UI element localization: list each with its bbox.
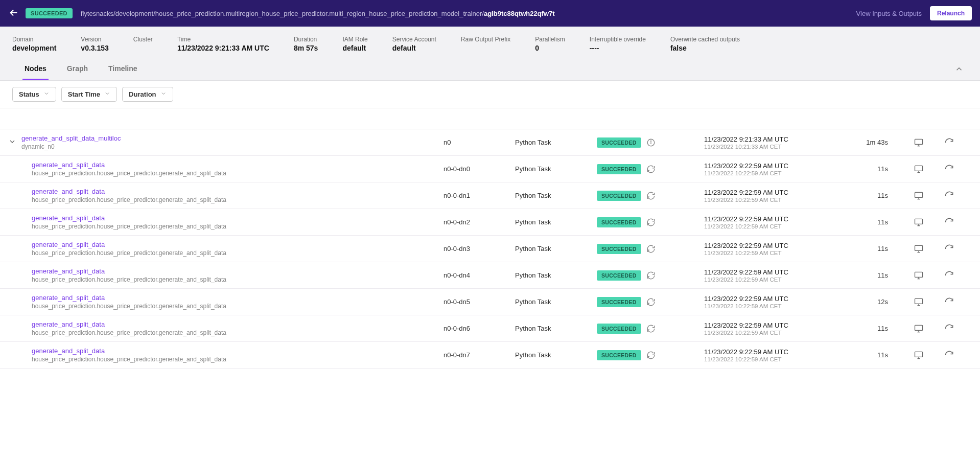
meta-label: Raw Output Prefix	[461, 36, 510, 43]
svg-rect-27	[915, 352, 923, 357]
node-id: n0-0-dn3	[444, 245, 515, 252]
node-name-link[interactable]: generate_and_split_data	[32, 214, 444, 222]
cache-status-icon[interactable]	[646, 351, 656, 360]
logs-icon[interactable]	[903, 350, 934, 360]
cache-status-icon[interactable]	[646, 271, 656, 280]
meta-item: Time11/23/2022 9:21:33 AM UTC	[177, 36, 269, 52]
node-name-link[interactable]: generate_and_split_data	[32, 320, 444, 328]
node-name-link[interactable]: generate_and_split_data	[32, 241, 444, 248]
table-row[interactable]: generate_and_split_datahouse_price_predi…	[0, 182, 980, 209]
logs-icon[interactable]	[903, 137, 934, 148]
node-status-badge: SUCCEEDED	[597, 164, 641, 174]
cache-status-icon[interactable]	[646, 244, 656, 254]
meta-item: Duration8m 57s	[294, 36, 318, 52]
node-time-utc: 11/23/2022 9:22:59 AM UTC	[704, 268, 832, 276]
filter-duration-button[interactable]: Duration	[122, 87, 173, 102]
topbar: SUCCEEDED flytesnacks/development/house_…	[0, 0, 980, 27]
node-subtitle: house_price_prediction.house_price_predi…	[32, 223, 444, 230]
table-row[interactable]: generate_and_split_datahouse_price_predi…	[0, 289, 980, 315]
node-name-link[interactable]: generate_and_split_data	[32, 161, 444, 169]
tab-graph[interactable]: Graph	[65, 59, 90, 80]
rerun-icon[interactable]	[934, 137, 965, 148]
table-row[interactable]: generate_and_split_datahouse_price_predi…	[0, 156, 980, 182]
filter-duration-label: Duration	[129, 90, 156, 98]
node-time-cell: 11/23/2022 9:22:59 AM UTC11/23/2022 10:2…	[704, 321, 832, 336]
node-name-link[interactable]: generate_and_split_data_multiloc	[21, 134, 444, 142]
expand-toggle-icon[interactable]	[8, 137, 16, 147]
relaunch-button[interactable]: Relaunch	[930, 6, 972, 20]
rerun-icon[interactable]	[934, 324, 965, 334]
svg-rect-15	[915, 245, 923, 250]
node-status-cell: SUCCEEDED	[597, 217, 704, 227]
table-row[interactable]: generate_and_split_datahouse_price_predi…	[0, 209, 980, 236]
table-row[interactable]: generate_and_split_datahouse_price_predi…	[0, 262, 980, 289]
cache-status-icon[interactable]	[646, 165, 656, 174]
cache-status-icon[interactable]	[646, 324, 656, 333]
node-name-link[interactable]: generate_and_split_data	[32, 188, 444, 195]
back-arrow-icon[interactable]	[8, 7, 19, 20]
rerun-icon[interactable]	[934, 270, 965, 281]
node-name-link[interactable]: generate_and_split_data	[32, 347, 444, 355]
meta-label: Domain	[12, 36, 56, 43]
filter-start-time-button[interactable]: Start Time	[61, 87, 117, 102]
view-inputs-outputs-link[interactable]: View Inputs & Outputs	[856, 10, 922, 17]
table-row[interactable]: generate_and_split_datahouse_price_predi…	[0, 342, 980, 369]
tab-nodes[interactable]: Nodes	[22, 59, 49, 80]
table-row[interactable]: generate_and_split_datahouse_price_predi…	[0, 315, 980, 342]
chevron-down-icon	[160, 90, 167, 98]
node-status-badge: SUCCEEDED	[597, 270, 641, 281]
cache-status-icon[interactable]	[646, 297, 656, 307]
meta-label: Service Account	[392, 36, 436, 43]
cache-status-icon[interactable]	[646, 218, 656, 227]
info-icon[interactable]	[646, 138, 656, 147]
meta-label: Duration	[294, 36, 318, 43]
svg-point-2	[650, 141, 651, 141]
logs-icon[interactable]	[903, 270, 934, 281]
rerun-icon[interactable]	[934, 217, 965, 227]
node-time-utc: 11/23/2022 9:22:59 AM UTC	[704, 348, 832, 356]
meta-label: Cluster	[133, 36, 153, 43]
rerun-icon[interactable]	[934, 164, 965, 174]
cache-status-icon[interactable]	[646, 191, 656, 200]
node-status-cell: SUCCEEDED	[597, 244, 704, 254]
logs-icon[interactable]	[903, 244, 934, 254]
rerun-icon[interactable]	[934, 297, 965, 307]
meta-value: ----	[590, 44, 646, 52]
node-duration: 12s	[832, 298, 903, 306]
node-name-link[interactable]: generate_and_split_data	[32, 294, 444, 302]
meta-label: Overwrite cached outputs	[670, 36, 740, 43]
logs-icon[interactable]	[903, 191, 934, 201]
meta-item: Versionv0.3.153	[81, 36, 109, 52]
filter-status-button[interactable]: Status	[12, 87, 56, 102]
node-id: n0-0-dn1	[444, 192, 515, 199]
table-row[interactable]: generate_and_split_data_multilocdynamic_…	[0, 129, 980, 156]
node-status-badge: SUCCEEDED	[597, 137, 641, 148]
meta-value: 11/23/2022 9:21:33 AM UTC	[177, 44, 269, 52]
node-time-local: 11/23/2022 10:22:59 AM CET	[704, 303, 832, 309]
node-time-utc: 11/23/2022 9:22:59 AM UTC	[704, 162, 832, 170]
logs-icon[interactable]	[903, 164, 934, 174]
node-status-badge: SUCCEEDED	[597, 191, 641, 201]
node-duration: 11s	[832, 325, 903, 332]
node-duration: 11s	[832, 245, 903, 252]
logs-icon[interactable]	[903, 324, 934, 334]
node-status-cell: SUCCEEDED	[597, 297, 704, 307]
node-type: Python Task	[515, 245, 597, 252]
logs-icon[interactable]	[903, 297, 934, 307]
meta-value: default	[342, 44, 367, 52]
table-row[interactable]: generate_and_split_datahouse_price_predi…	[0, 236, 980, 262]
rerun-icon[interactable]	[934, 244, 965, 254]
node-status-cell: SUCCEEDED	[597, 270, 704, 281]
meta-item: Overwrite cached outputsfalse	[670, 36, 740, 52]
node-time-cell: 11/23/2022 9:22:59 AM UTC11/23/2022 10:2…	[704, 242, 832, 256]
node-type: Python Task	[515, 139, 597, 146]
logs-icon[interactable]	[903, 217, 934, 227]
tab-timeline[interactable]: Timeline	[106, 59, 139, 80]
node-time-local: 11/23/2022 10:22:59 AM CET	[704, 170, 832, 176]
nodes-table[interactable]: generate_and_split_data_multilocdynamic_…	[0, 129, 980, 460]
rerun-icon[interactable]	[934, 350, 965, 360]
node-name-link[interactable]: generate_and_split_data	[32, 267, 444, 275]
collapse-panel-icon[interactable]	[954, 64, 964, 75]
node-subtitle: house_price_prediction.house_price_predi…	[32, 170, 444, 177]
rerun-icon[interactable]	[934, 191, 965, 201]
